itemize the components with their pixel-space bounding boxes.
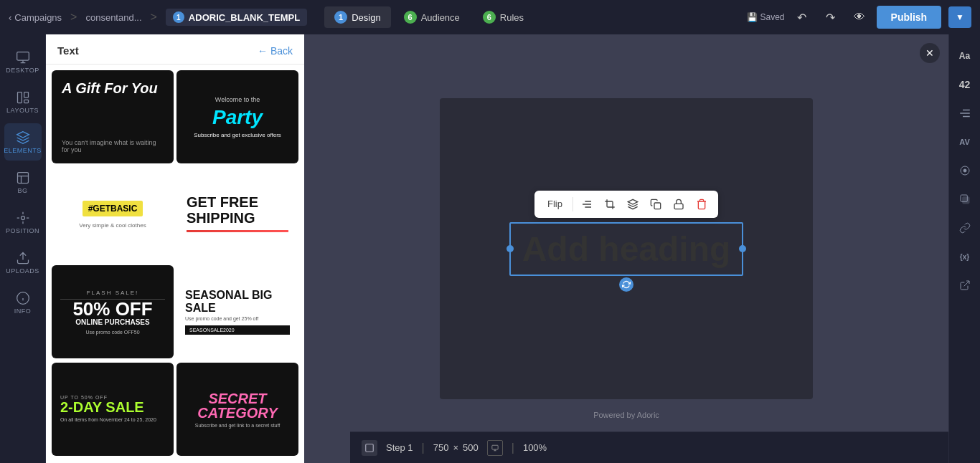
canvas-element-container: Flip bbox=[509, 222, 744, 276]
canvas-footer: Powered by Adoric bbox=[593, 411, 659, 419]
template-card-party[interactable]: Welcome to the Party Subscribe and get e… bbox=[176, 70, 298, 163]
sidebar-item-bg[interactable]: BG bbox=[4, 163, 42, 201]
zoom-sep: | bbox=[512, 441, 514, 454]
back-arrow-icon: ‹ bbox=[9, 12, 11, 23]
main-layout: DESKTOP LAYOUTS ELEMENTS BG POSITION UPL… bbox=[0, 34, 980, 463]
step-sep: | bbox=[422, 441, 425, 454]
svg-rect-10 bbox=[492, 445, 498, 449]
template-label: ADORIC_BLANK_TEMPL bbox=[189, 12, 300, 23]
crop-icon bbox=[604, 199, 616, 210]
info-icon bbox=[16, 291, 30, 305]
shipping-line bbox=[187, 230, 288, 232]
seasonal-title: SEASONAL BIG SALE bbox=[185, 289, 290, 314]
layers-icon bbox=[627, 199, 639, 210]
av-icon: AV bbox=[959, 138, 969, 146]
right-handle[interactable] bbox=[739, 245, 746, 252]
font-button[interactable]: Aa bbox=[952, 43, 978, 69]
undo-button[interactable]: ↶ bbox=[791, 6, 814, 29]
sidebar-item-desktop[interactable]: DESKTOP bbox=[4, 43, 42, 80]
layouts-icon bbox=[16, 90, 30, 105]
heading-text: Add heading bbox=[522, 230, 731, 268]
shadow-button[interactable] bbox=[952, 186, 978, 212]
back-label: Back bbox=[270, 45, 293, 57]
audience-step-label: Audience bbox=[421, 12, 460, 23]
sidebar-item-position[interactable]: POSITION bbox=[4, 204, 42, 241]
template-card-shipping[interactable]: GET FREE SHIPPING bbox=[176, 168, 298, 261]
back-button[interactable]: ‹ Campaigns bbox=[9, 12, 62, 23]
svg-rect-14 bbox=[962, 197, 969, 204]
flash-percent: 50% OFF bbox=[72, 300, 152, 318]
sale-day: 2-DAY SALE bbox=[60, 400, 165, 414]
template-card-sale[interactable]: UP TO 50% OFF 2-DAY SALE On all items fr… bbox=[52, 363, 174, 456]
design-step-label: Design bbox=[352, 12, 380, 23]
color-button[interactable] bbox=[952, 158, 978, 183]
party-welcome: Welcome to the bbox=[215, 96, 260, 103]
party-big: Party bbox=[212, 108, 263, 128]
left-handle[interactable] bbox=[507, 245, 514, 252]
svg-rect-2 bbox=[24, 92, 28, 97]
lock-button[interactable] bbox=[668, 194, 689, 215]
height-value: 500 bbox=[463, 442, 479, 453]
bg-icon bbox=[16, 171, 30, 185]
rotate-handle[interactable] bbox=[619, 277, 633, 292]
template-name[interactable]: 1 ADORIC_BLANK_TEMPL bbox=[166, 9, 307, 26]
text-panel-back-button[interactable]: ← Back bbox=[258, 45, 293, 57]
letter-spacing-button[interactable]: AV bbox=[952, 129, 978, 155]
audience-step[interactable]: 6 Audience bbox=[394, 6, 470, 28]
font-icon: Aa bbox=[959, 51, 970, 61]
redo-button[interactable]: ↷ bbox=[819, 6, 842, 29]
bottom-bar: Step 1 | 750 × 500 | 100% bbox=[350, 431, 948, 463]
duplicate-icon bbox=[650, 199, 661, 210]
canvas-close-button[interactable]: ✕ bbox=[920, 43, 940, 63]
uploads-icon bbox=[16, 251, 30, 265]
design-step[interactable]: 1 Design bbox=[324, 6, 390, 28]
sidebar-item-elements[interactable]: ELEMENTS bbox=[4, 123, 42, 161]
party-sub: Subscribe and get exclusive offers bbox=[194, 132, 281, 138]
position-icon bbox=[16, 211, 30, 225]
align-icon bbox=[958, 107, 971, 120]
back-label: Campaigns bbox=[14, 12, 62, 23]
gift-title: A Gift For You bbox=[62, 80, 164, 96]
delete-button[interactable] bbox=[691, 194, 712, 215]
flash-code: Use promo code OFF50 bbox=[85, 330, 139, 335]
design-step-num: 1 bbox=[334, 11, 347, 24]
font-size-button[interactable]: 42 bbox=[952, 72, 978, 97]
gift-sub: You can't imagine what is waiting for yo… bbox=[62, 139, 164, 153]
sidebar-item-layouts[interactable]: LAYOUTS bbox=[4, 83, 42, 120]
link-button[interactable] bbox=[952, 215, 978, 241]
align-icon bbox=[581, 199, 593, 210]
external-link-button[interactable] bbox=[952, 272, 978, 298]
svg-rect-9 bbox=[366, 444, 374, 452]
template-card-seasonal[interactable]: SEASONAL BIG SALE Use promo code and get… bbox=[176, 265, 298, 358]
rules-step[interactable]: 6 Rules bbox=[473, 6, 534, 28]
template-card-secret[interactable]: SECRET CATEGORY Subscribe and get link t… bbox=[176, 363, 298, 456]
crop-button[interactable] bbox=[599, 194, 621, 215]
desktop-icon bbox=[16, 50, 30, 65]
top-nav: ‹ Campaigns > consentand... > 1 ADORIC_B… bbox=[0, 0, 980, 34]
canvas-area: ✕ Flip bbox=[304, 34, 948, 463]
dimensions: 750 × 500 bbox=[433, 442, 479, 453]
flip-button[interactable]: Flip bbox=[540, 196, 570, 212]
publish-dropdown-button[interactable]: ▼ bbox=[948, 6, 971, 28]
layers-button[interactable] bbox=[622, 194, 644, 215]
uploads-label: UPLOADS bbox=[6, 267, 39, 275]
template-card-flash[interactable]: FLASH SALE! 50% OFF ONLINE PURCHASES Use… bbox=[52, 265, 174, 358]
canvas-heading[interactable]: Add heading bbox=[509, 222, 744, 276]
delete-icon bbox=[696, 199, 707, 210]
sidebar-item-info[interactable]: INFO bbox=[4, 284, 42, 321]
text-panel: Text ← Back A Gift For You You can't ima… bbox=[46, 34, 304, 463]
template-card-gift[interactable]: A Gift For You You can't imagine what is… bbox=[52, 70, 174, 163]
svg-rect-4 bbox=[17, 172, 28, 183]
variable-button[interactable]: {x} bbox=[952, 244, 978, 269]
preview-button[interactable]: 👁 bbox=[848, 6, 871, 29]
text-align-button[interactable] bbox=[952, 100, 978, 126]
step-label: Step 1 bbox=[386, 442, 413, 453]
saved-label: Saved bbox=[760, 12, 785, 22]
link-icon bbox=[959, 222, 971, 234]
sidebar-item-uploads[interactable]: UPLOADS bbox=[4, 244, 42, 281]
save-icon: 💾 bbox=[747, 12, 758, 22]
duplicate-button[interactable] bbox=[645, 194, 666, 215]
align-button[interactable] bbox=[576, 194, 598, 215]
template-card-basic[interactable]: #GETBASIC Very simple & cool clothes bbox=[52, 168, 174, 261]
publish-button[interactable]: Publish bbox=[877, 6, 942, 29]
